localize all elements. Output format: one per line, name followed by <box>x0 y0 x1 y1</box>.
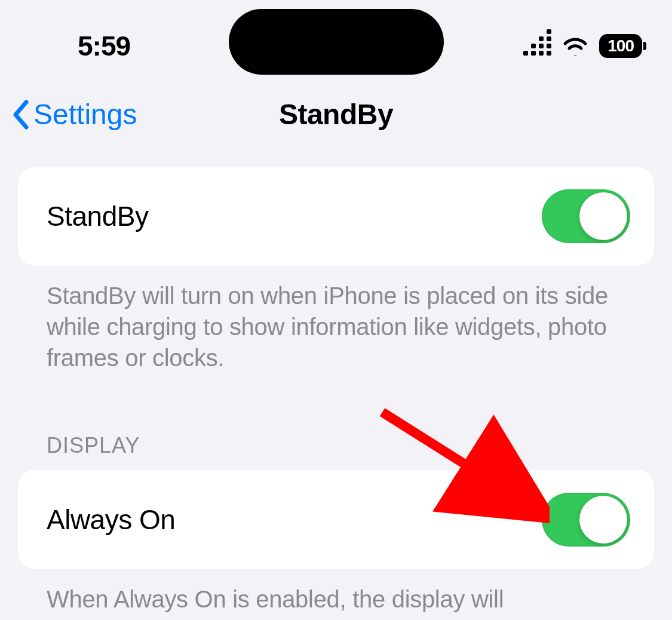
standby-row: StandBy <box>18 167 654 266</box>
toggle-knob <box>579 496 627 544</box>
status-time: 5:59 <box>78 30 130 62</box>
status-bar: 5:59 100 <box>0 0 672 80</box>
display-section: DISPLAY Always On When Always On is enab… <box>0 433 672 620</box>
always-on-toggle[interactable] <box>542 493 630 547</box>
back-button[interactable]: Settings <box>12 98 137 131</box>
chevron-left-icon <box>12 100 30 130</box>
always-on-label: Always On <box>47 504 175 536</box>
always-on-row: Always On <box>18 470 654 569</box>
cellular-icon <box>523 36 551 56</box>
always-on-footer: When Always On is enabled, the display w… <box>18 569 654 620</box>
standby-label: StandBy <box>47 200 148 232</box>
standby-footer: StandBy will turn on when iPhone is plac… <box>18 266 654 373</box>
nav-header: Settings StandBy <box>0 80 672 167</box>
standby-toggle[interactable] <box>542 189 630 243</box>
wifi-icon <box>562 36 588 56</box>
page-title: StandBy <box>279 98 393 131</box>
toggle-knob <box>579 192 627 240</box>
dynamic-island <box>229 9 444 75</box>
battery-percent: 100 <box>607 36 634 55</box>
standby-section: StandBy StandBy will turn on when iPhone… <box>0 167 672 373</box>
display-section-header: DISPLAY <box>18 433 654 470</box>
battery-icon: 100 <box>599 34 642 58</box>
back-label: Settings <box>33 98 137 131</box>
